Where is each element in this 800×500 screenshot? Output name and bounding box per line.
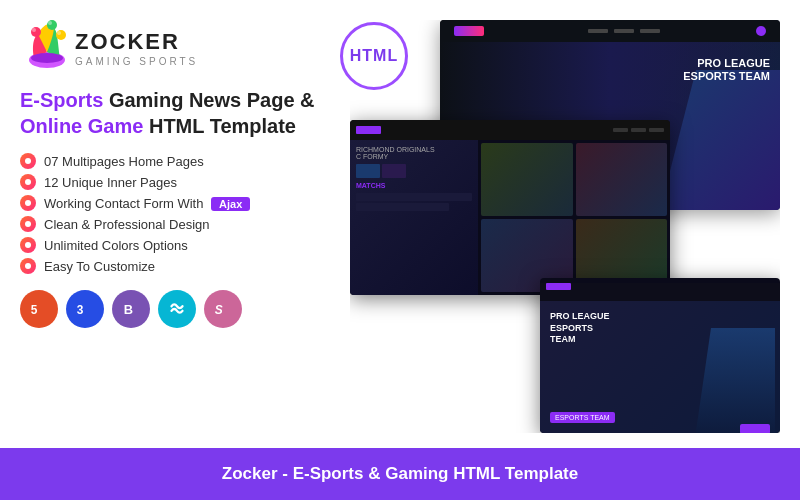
headline: E-Sports Gaming News Page & Online Game …	[20, 87, 330, 139]
list-item: Easy To Customize	[20, 258, 330, 274]
svg-point-5	[48, 21, 52, 25]
brand-name: ZOCKER	[75, 29, 198, 55]
svg-point-4	[32, 28, 36, 32]
logo-text-group: ZOCKER GAMING SPORTS	[75, 29, 198, 67]
bottom-bar-text: Zocker - E-Sports & Gaming HTML Template	[222, 464, 578, 484]
headline-part2: Gaming News Page &	[103, 89, 314, 111]
svg-text:5: 5	[31, 303, 38, 317]
bullet-icon	[20, 237, 36, 253]
svg-point-7	[31, 53, 63, 63]
hero-line2: ESPORTS TEAM	[683, 70, 770, 83]
logo-icon	[20, 20, 75, 75]
third-line3: TEAM	[550, 334, 610, 346]
feature-text: Clean & Professional Design	[44, 217, 209, 232]
list-item: Working Contact Form With Ajax	[20, 195, 330, 211]
svg-text:B: B	[124, 302, 133, 317]
mockup-second-content: RICHMOND ORIGINALSC FORMY MATCHS	[350, 140, 670, 295]
mockup-third-hero: PRO LEAGUE ESPORTS TEAM ESPORTS TEAM	[540, 301, 780, 433]
feature-text: Working Contact Form With Ajax	[44, 196, 250, 211]
mockup-third: PRO LEAGUE ESPORTS TEAM ESPORTS TEAM	[540, 278, 780, 433]
game-card	[576, 143, 668, 216]
game-card	[481, 143, 573, 216]
html-badge: HTML	[340, 22, 408, 90]
logo-area: ZOCKER GAMING SPORTS	[20, 20, 330, 75]
svg-point-3	[56, 30, 66, 40]
feature-text: Easy To Customize	[44, 259, 155, 274]
bullet-icon	[20, 195, 36, 211]
list-item: Clean & Professional Design	[20, 216, 330, 232]
headline-esports: E-Sports	[20, 89, 103, 111]
third-hero-text: PRO LEAGUE ESPORTS TEAM	[550, 311, 610, 346]
mockup-container: PRO LEAGUE ESPORTS TEAM	[350, 20, 780, 433]
svg-point-2	[47, 20, 57, 30]
nav-logo	[454, 26, 484, 36]
gamer-silhouette	[660, 70, 780, 210]
bullet-icon	[20, 258, 36, 274]
sass-icon: S	[204, 290, 242, 328]
list-item: 12 Unique Inner Pages	[20, 174, 330, 190]
list-item: 07 Multipages Home Pages	[20, 153, 330, 169]
bootstrap-icon: B	[112, 290, 150, 328]
third-line1: PRO LEAGUE	[550, 311, 610, 323]
bullet-icon	[20, 153, 36, 169]
mockup-second-left: RICHMOND ORIGINALSC FORMY MATCHS	[350, 140, 478, 295]
feature-text: 07 Multipages Home Pages	[44, 154, 204, 169]
third-line2: ESPORTS	[550, 323, 610, 335]
hero-line1: PRO LEAGUE	[683, 57, 770, 70]
list-item: Unlimited Colors Options	[20, 237, 330, 253]
feature-text: 12 Unique Inner Pages	[44, 175, 177, 190]
mockup-third-nav	[540, 283, 780, 301]
feature-text: Unlimited Colors Options	[44, 238, 188, 253]
tailwind-icon	[158, 290, 196, 328]
nav-item	[588, 29, 608, 33]
tech-icons: 5 3 B S	[20, 290, 330, 328]
nav-item	[614, 29, 634, 33]
person-silhouette	[695, 328, 775, 433]
left-panel: ZOCKER GAMING SPORTS E-Sports Gaming New…	[20, 20, 330, 433]
bottom-bar: Zocker - E-Sports & Gaming HTML Template	[0, 448, 800, 500]
ajax-badge: Ajax	[211, 197, 250, 211]
hero-text: PRO LEAGUE ESPORTS TEAM	[683, 57, 770, 83]
top-section: ZOCKER GAMING SPORTS E-Sports Gaming New…	[0, 0, 800, 448]
html5-icon: 5	[20, 290, 58, 328]
css3-icon: 3	[66, 290, 104, 328]
svg-point-6	[57, 31, 61, 35]
svg-point-1	[31, 27, 41, 37]
nav-item	[640, 29, 660, 33]
headline-html: HTML Template	[143, 115, 296, 137]
mockup-nav	[440, 20, 780, 42]
pro-label: ESPORTS TEAM	[550, 412, 615, 423]
mockup-second: RICHMOND ORIGINALSC FORMY MATCHS	[350, 120, 670, 295]
svg-text:S: S	[215, 303, 223, 317]
nav-actions	[756, 26, 766, 36]
feature-list: 07 Multipages Home Pages 12 Unique Inner…	[20, 153, 330, 274]
brand-subtitle: GAMING SPORTS	[75, 56, 198, 67]
bullet-icon	[20, 216, 36, 232]
mockup-second-right	[478, 140, 670, 295]
svg-text:3: 3	[77, 303, 84, 317]
nav-action-dot	[756, 26, 766, 36]
nav-menu	[588, 29, 660, 33]
main-container: ZOCKER GAMING SPORTS E-Sports Gaming New…	[0, 0, 800, 500]
mockup-second-nav	[350, 120, 670, 140]
headline-online: Online Game	[20, 115, 143, 137]
bullet-icon	[20, 174, 36, 190]
right-panel: PRO LEAGUE ESPORTS TEAM	[350, 20, 780, 433]
